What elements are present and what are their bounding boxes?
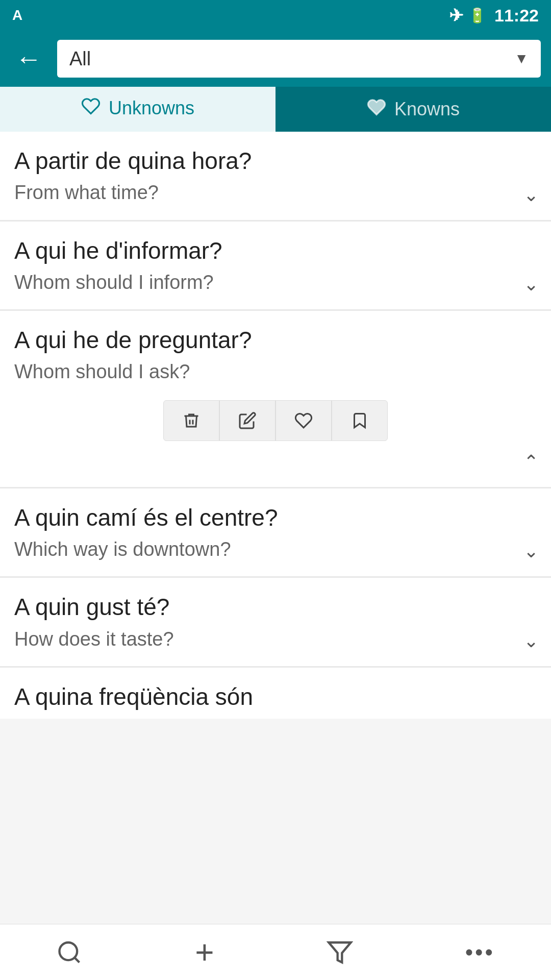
- add-nav-item[interactable]: +: [180, 928, 229, 976]
- battery-icon: 🔋: [468, 7, 486, 24]
- card-4-primary: A quin camí és el centre?: [14, 504, 537, 532]
- svg-marker-2: [329, 942, 350, 962]
- cards-list: A partir de quina hora? From what time? …: [0, 132, 551, 719]
- add-icon: +: [195, 934, 214, 971]
- card-5-primary: A quin gust té?: [14, 593, 537, 621]
- card-5-secondary: How does it taste?: [14, 627, 537, 652]
- search-icon: [56, 939, 83, 966]
- chevron-down-icon: ⌄: [523, 274, 539, 295]
- card-5[interactable]: A quin gust té? How does it taste? ⌄: [0, 578, 551, 666]
- heart-filled-icon: [367, 97, 386, 121]
- card-2-primary: A qui he d'informar?: [14, 237, 537, 265]
- status-icons: ✈ 🔋: [449, 5, 486, 26]
- bottom-navigation: + •••: [0, 924, 551, 980]
- card-6-primary: A quina freqüència són: [14, 683, 537, 711]
- status-bar: A ✈ 🔋 11:22: [0, 0, 551, 31]
- card-4-secondary: Which way is downtown?: [14, 537, 537, 562]
- filter-nav-item[interactable]: [311, 934, 368, 971]
- tab-knowns[interactable]: Knowns: [276, 87, 551, 132]
- status-time: 11:22: [494, 6, 539, 26]
- airplane-icon: ✈: [449, 5, 463, 26]
- delete-button[interactable]: [163, 400, 219, 441]
- category-dropdown[interactable]: All ▼: [57, 40, 541, 78]
- tab-bar: Unknowns Knowns: [0, 87, 551, 132]
- status-app-icon: A: [12, 7, 22, 23]
- more-dots-icon: •••: [465, 940, 495, 965]
- card-4[interactable]: A quin camí és el centre? Which way is d…: [0, 488, 551, 577]
- svg-line-1: [74, 958, 79, 962]
- card-3[interactable]: A qui he de preguntar? Whom should I ask…: [0, 311, 551, 487]
- card-6-partial[interactable]: A quina freqüència són: [0, 668, 551, 719]
- chevron-down-icon: ⌄: [523, 630, 539, 652]
- back-button[interactable]: ←: [10, 38, 47, 79]
- card-3-actions: [14, 400, 537, 441]
- search-nav-item[interactable]: [41, 934, 98, 971]
- card-1[interactable]: A partir de quina hora? From what time? …: [0, 132, 551, 220]
- card-1-primary: A partir de quina hora?: [14, 147, 537, 175]
- card-2-secondary: Whom should I inform?: [14, 270, 537, 295]
- filter-icon: [327, 939, 353, 966]
- heart-button[interactable]: [276, 400, 332, 441]
- tab-unknowns[interactable]: Unknowns: [0, 87, 276, 132]
- chevron-up-icon: ⌃: [523, 451, 539, 473]
- card-3-secondary: Whom should I ask?: [14, 359, 537, 384]
- status-right-area: ✈ 🔋 11:22: [449, 5, 539, 26]
- more-nav-item[interactable]: •••: [450, 935, 510, 970]
- card-3-primary: A qui he de preguntar?: [14, 326, 537, 354]
- bookmark-button[interactable]: [332, 400, 388, 441]
- card-2[interactable]: A qui he d'informar? Whom should I infor…: [0, 222, 551, 310]
- card-1-secondary: From what time?: [14, 180, 537, 205]
- toolbar: ← All ▼: [0, 31, 551, 87]
- heart-empty-icon: [81, 96, 101, 120]
- chevron-down-icon: ⌄: [523, 184, 539, 206]
- tab-knowns-label: Knowns: [394, 99, 460, 120]
- svg-point-0: [60, 942, 78, 960]
- dropdown-value: All: [69, 48, 91, 70]
- edit-button[interactable]: [219, 400, 276, 441]
- back-icon: ←: [15, 43, 42, 74]
- chevron-down-icon: ⌄: [523, 541, 539, 562]
- bottom-spacer: [0, 719, 551, 780]
- tab-unknowns-label: Unknowns: [109, 97, 194, 119]
- chevron-down-icon: ▼: [514, 51, 529, 67]
